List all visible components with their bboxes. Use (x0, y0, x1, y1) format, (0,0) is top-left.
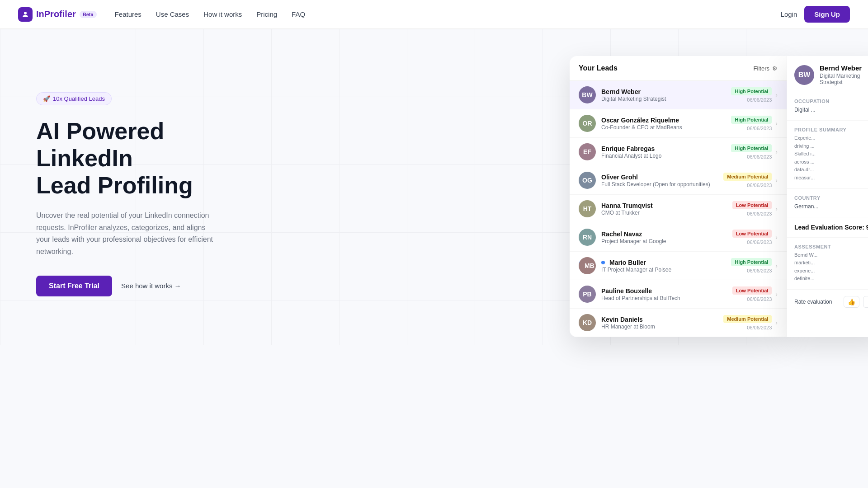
lead-date-6: 06/06/2023 (747, 268, 772, 273)
lead-right-1: High Potential 06/06/2023 (731, 116, 772, 131)
lead-name-3: Oliver Grohl (601, 174, 723, 181)
lead-item-8[interactable]: KD Kevin Daniels HR Manager at Bloom Med… (570, 309, 787, 337)
detail-occupation-value: Digital ... (794, 106, 868, 114)
nav-link-faq[interactable]: FAQ (292, 10, 305, 18)
detail-header: BW Bernd Weber Digital Marketing Strateg… (787, 56, 868, 92)
chevron-icon-7: › (775, 291, 778, 298)
lead-item-6[interactable]: MB Mario Buller IT Project Manager at Po… (570, 252, 787, 280)
lead-item-3[interactable]: OG Oliver Grohl Full Stack Developer (Op… (570, 166, 787, 195)
navbar: InProfiler Beta Features Use Cases How i… (0, 0, 868, 29)
lead-right-5: Low Potential 06/06/2023 (732, 230, 772, 245)
nav-links: Features Use Cases How it works Pricing … (115, 10, 305, 18)
potential-badge-1: High Potential (731, 116, 772, 124)
nav-link-use-cases[interactable]: Use Cases (156, 10, 189, 18)
lead-role-8: HR Manager at Bloom (601, 324, 723, 330)
detail-summary-section: Profile Summary Experie...driving ...Ski… (787, 121, 868, 189)
nav-left: InProfiler Beta Features Use Cases How i… (18, 7, 305, 22)
chevron-icon-4: › (775, 205, 778, 212)
lead-item-5[interactable]: RN Rachel Navaz Project Manager at Googl… (570, 223, 787, 252)
lead-date-2: 06/06/2023 (747, 154, 772, 160)
lead-right-2: High Potential 06/06/2023 (731, 144, 772, 160)
lead-item-7[interactable]: PB Pauline Bouxelle Head of Partnerships… (570, 280, 787, 309)
lead-role-2: Financial Analyst at Lego (601, 153, 731, 159)
lead-right-8: Medium Potential 06/06/2023 (723, 315, 772, 330)
lead-item-4[interactable]: HT Hanna Trumqvist CMO at Trukker Low Po… (570, 195, 787, 223)
lead-info-6: Mario Buller IT Project Manager at Poise… (601, 259, 731, 273)
dashboard-preview: Your Leads Filters ⚙ BW Bernd Weber Digi… (570, 56, 868, 337)
chevron-icon-6: › (775, 262, 778, 269)
lead-name-5: Rachel Navaz (601, 230, 732, 238)
leads-panel-title: Your Leads (579, 64, 618, 72)
lead-role-5: Project Manager at Google (601, 238, 732, 244)
potential-badge-7: Low Potential (732, 286, 772, 295)
lead-item-2[interactable]: EF Enrique Fabregas Financial Analyst at… (570, 138, 787, 166)
rate-buttons: 👍 👎 (844, 296, 868, 308)
lead-role-7: Head of Partnerships at BullTech (601, 295, 732, 301)
hero-description: Uncover the real potential of your Linke… (36, 210, 217, 258)
detail-assessment-label: Assessment (794, 244, 868, 249)
lead-name-7: Pauline Bouxelle (601, 287, 732, 295)
lead-date-7: 06/06/2023 (747, 296, 772, 302)
lead-date-8: 06/06/2023 (747, 325, 772, 330)
lead-name-0: Bernd Weber (601, 88, 731, 95)
filters-button[interactable]: Filters ⚙ (754, 65, 778, 72)
nav-link-features[interactable]: Features (115, 10, 142, 18)
detail-header-info: Bernd Weber Digital Marketing Strategist (820, 64, 868, 85)
lead-right-0: High Potential 06/06/2023 (731, 87, 772, 103)
lead-item-1[interactable]: OR Oscar González Riquelme Co-Founder & … (570, 109, 787, 138)
hero-section: 🚀 10x Qualified Leads AI Powered LinkedI… (0, 29, 868, 345)
lead-avatar-7: PB (579, 286, 596, 303)
lead-role-4: CMO at Trukker (601, 210, 732, 216)
beta-badge: Beta (80, 11, 97, 18)
detail-panel: BW Bernd Weber Digital Marketing Strateg… (787, 56, 868, 337)
start-free-trial-button[interactable]: Start Free Trial (36, 276, 112, 296)
hero-title-line2: Lead Profiling (36, 172, 193, 198)
online-indicator-6 (579, 259, 580, 263)
svg-point-0 (24, 12, 27, 14)
rate-label: Rate evaluation (794, 299, 832, 305)
logo-text: InProfiler (36, 9, 76, 19)
detail-score-section: Lead Evaluation Score: 9 (787, 217, 868, 238)
nav-link-how-it-works[interactable]: How it works (203, 10, 242, 18)
detail-name: Bernd Weber (820, 64, 868, 72)
filter-icon: ⚙ (772, 65, 778, 72)
detail-occupation-label: Occupation (794, 99, 868, 104)
leads-panel-header: Your Leads Filters ⚙ (570, 56, 787, 81)
lead-role-3: Full Stack Developer (Open for opportuni… (601, 181, 723, 188)
thumbs-up-button[interactable]: 👍 (844, 296, 859, 308)
lead-name-8: Kevin Daniels (601, 316, 723, 323)
lead-info-3: Oliver Grohl Full Stack Developer (Open … (601, 174, 723, 188)
lead-date-1: 06/06/2023 (747, 126, 772, 131)
lead-avatar-6: MB (579, 257, 596, 274)
detail-summary-label: Profile Summary (794, 127, 868, 132)
detail-role: Digital Marketing Strategist (820, 73, 868, 85)
potential-badge-3: Medium Potential (723, 173, 772, 181)
lead-info-2: Enrique Fabregas Financial Analyst at Le… (601, 145, 731, 159)
lead-right-7: Low Potential 06/06/2023 (732, 286, 772, 302)
nav-link-pricing[interactable]: Pricing (256, 10, 277, 18)
login-button[interactable]: Login (781, 10, 797, 18)
badge-emoji: 🚀 (43, 95, 50, 102)
see-how-it-works-button[interactable]: See how it works → (121, 282, 181, 290)
lead-name-4: Hanna Trumqvist (601, 202, 732, 209)
detail-assessment-section: Assessment Bernd W...marketi...experie..… (787, 238, 868, 290)
lead-date-4: 06/06/2023 (747, 211, 772, 216)
lead-info-8: Kevin Daniels HR Manager at Bloom (601, 316, 723, 330)
detail-country-value: German... (794, 202, 868, 211)
lead-role-1: Co-Founder & CEO at MadBeans (601, 124, 731, 131)
hero-actions: Start Free Trial See how it works → (36, 276, 262, 296)
detail-occupation-section: Occupation Digital ... (787, 92, 868, 121)
detail-score-value: Lead Evaluation Score: 9 (794, 224, 868, 231)
leads-panel: Your Leads Filters ⚙ BW Bernd Weber Digi… (570, 56, 787, 337)
filters-label: Filters (754, 65, 769, 72)
lead-avatar-4: HT (579, 200, 596, 217)
thumbs-down-button[interactable]: 👎 (863, 296, 868, 308)
lead-date-3: 06/06/2023 (747, 183, 772, 188)
lead-name-2: Enrique Fabregas (601, 145, 731, 152)
detail-summary-value: Experie...driving ...Skilled i...across … (794, 134, 868, 182)
signup-button[interactable]: Sign Up (804, 6, 850, 23)
lead-info-1: Oscar González Riquelme Co-Founder & CEO… (601, 117, 731, 131)
rate-evaluation-section: Rate evaluation 👍 👎 (787, 290, 868, 314)
lead-item-0[interactable]: BW Bernd Weber Digital Marketing Strateg… (570, 81, 787, 109)
lead-date-5: 06/06/2023 (747, 239, 772, 245)
